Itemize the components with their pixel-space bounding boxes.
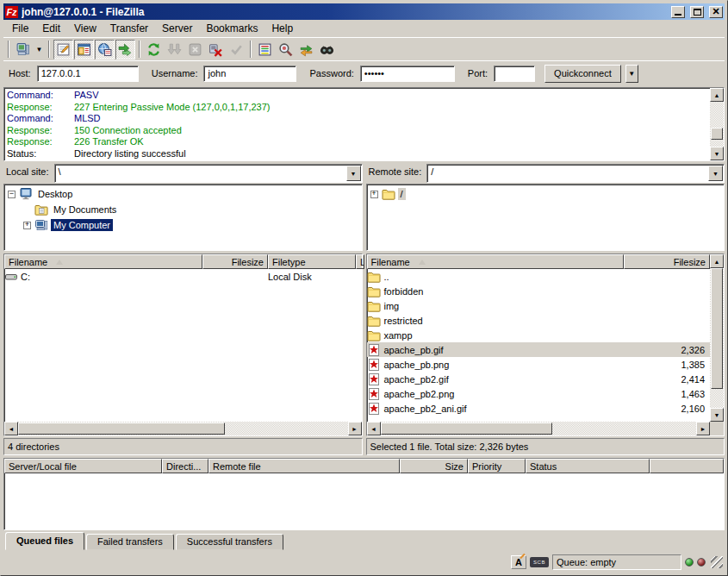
tree-item-desktop[interactable]: − Desktop: [6, 186, 362, 202]
file-row[interactable]: restricted: [367, 313, 711, 328]
tree-item-root[interactable]: + /: [369, 186, 725, 202]
scroll-left-button[interactable]: ◄: [367, 422, 381, 435]
port-input[interactable]: [494, 66, 535, 82]
column-header-remote-file[interactable]: Remote file: [208, 459, 400, 473]
resize-grip[interactable]: [711, 556, 723, 568]
local-site-label: Local site:: [3, 164, 54, 183]
local-site-combobox[interactable]: \ ▼: [54, 164, 363, 183]
log-label: Response:: [7, 125, 74, 137]
minimize-button[interactable]: [671, 6, 685, 18]
file-row[interactable]: apache_pb2.gif2,414: [367, 372, 711, 386]
scroll-right-button[interactable]: ►: [348, 422, 362, 435]
close-button[interactable]: ✕: [709, 6, 723, 18]
file-row[interactable]: apache_pb.png1,385: [367, 357, 711, 372]
column-header-size[interactable]: Size: [400, 459, 468, 473]
scroll-up-button[interactable]: ▲: [710, 254, 724, 268]
log-text: 226 Transfer OK: [74, 136, 144, 148]
password-input[interactable]: ••••••: [360, 66, 455, 82]
menu-server[interactable]: Server: [155, 21, 199, 36]
username-input[interactable]: john: [203, 66, 296, 82]
file-row-selected[interactable]: apache_pb.gif2,326: [367, 342, 711, 357]
my-documents-icon: [34, 203, 48, 216]
file-row[interactable]: apache_pb2_ani.gif2,160: [367, 401, 711, 416]
close-icon: ✕: [712, 7, 719, 16]
scroll-up-button[interactable]: ▲: [710, 88, 724, 102]
column-header-priority[interactable]: Priority: [468, 459, 526, 473]
remote-vertical-scrollbar[interactable]: ▲ ▼: [710, 254, 724, 422]
menu-bookmarks[interactable]: Bookmarks: [199, 21, 264, 36]
maximize-button[interactable]: [690, 6, 704, 18]
tab-successful-transfers[interactable]: Successful transfers: [176, 534, 283, 550]
column-header-status[interactable]: Status: [526, 459, 650, 473]
log-label: Command:: [7, 90, 74, 102]
file-row[interactable]: ..: [367, 269, 711, 284]
host-input[interactable]: 127.0.0.1: [37, 66, 139, 82]
column-header-server-local-file[interactable]: Server/Local file: [4, 459, 162, 473]
file-panes: Local site: \ ▼ − Desktop My Documents: [3, 164, 725, 455]
file-row[interactable]: xampp: [367, 328, 711, 342]
column-header-filesize[interactable]: Filesize: [202, 254, 268, 269]
column-header-direction[interactable]: Directi...: [162, 459, 208, 473]
remote-site-combobox[interactable]: / ▼: [426, 164, 725, 183]
file-row[interactable]: forbidden: [367, 284, 711, 298]
log-text: Directory listing successful: [74, 148, 186, 160]
remote-pane: Remote site: / ▼ + / Filename: [366, 164, 725, 455]
expand-icon[interactable]: +: [23, 222, 31, 229]
scroll-thumb[interactable]: [18, 423, 225, 435]
tab-queued-files[interactable]: Queued files: [5, 532, 84, 550]
toggle-remote-tree-button[interactable]: [95, 40, 115, 59]
disconnect-icon: [208, 42, 223, 57]
tree-item-my-documents[interactable]: My Documents: [6, 202, 362, 217]
reconnect-button[interactable]: [227, 40, 246, 59]
column-header-filename[interactable]: Filename: [4, 254, 202, 269]
synchronized-browsing-button[interactable]: [296, 40, 316, 59]
file-row[interactable]: apache_pb2.png1,463: [367, 386, 711, 401]
refresh-button[interactable]: [144, 40, 164, 59]
collapse-icon[interactable]: −: [8, 191, 16, 198]
menu-view[interactable]: View: [67, 21, 103, 36]
site-manager-button[interactable]: [13, 40, 33, 59]
toggle-transfer-queue-button[interactable]: [115, 40, 135, 59]
quickconnect-dropdown[interactable]: ▼: [625, 65, 638, 83]
toggle-local-tree-button[interactable]: [74, 40, 94, 59]
local-horizontal-scrollbar[interactable]: ◄ ►: [4, 422, 362, 435]
process-queue-button[interactable]: [165, 40, 184, 59]
remote-horizontal-scrollbar[interactable]: ◄ ►: [367, 422, 711, 435]
site-manager-dropdown[interactable]: ▼: [34, 40, 45, 59]
message-log: Command:PASV Response:227 Entering Passi…: [3, 87, 725, 161]
column-header-filesize[interactable]: Filesize: [624, 254, 710, 269]
scroll-down-button[interactable]: ▼: [710, 408, 724, 422]
chevron-down-icon[interactable]: ▼: [708, 166, 723, 181]
remote-tree-icon: [97, 42, 112, 57]
cancel-operation-button[interactable]: [185, 40, 205, 59]
directory-comparison-button[interactable]: [276, 40, 296, 59]
log-text: 150 Connection accepted: [74, 125, 182, 137]
file-row-c-drive[interactable]: C: Local Disk: [4, 269, 362, 284]
quickconnect-button[interactable]: Quickconnect: [544, 65, 621, 83]
disconnect-button[interactable]: [206, 40, 226, 59]
chevron-down-icon[interactable]: ▼: [346, 166, 361, 181]
remote-file-list: Filename Filesize .. forbidden img restr…: [366, 254, 725, 436]
menu-help[interactable]: Help: [264, 21, 300, 36]
scroll-left-button[interactable]: ◄: [4, 422, 18, 435]
log-vertical-scrollbar[interactable]: ▲ ▼: [710, 88, 724, 160]
menu-transfer[interactable]: Transfer: [103, 21, 155, 36]
tab-failed-transfers[interactable]: Failed transfers: [86, 534, 174, 550]
ascii-transfer-type-icon[interactable]: A: [511, 555, 526, 569]
column-header-filetype[interactable]: Filetype: [268, 254, 356, 269]
speed-limit-icon[interactable]: SCB: [530, 557, 549, 567]
scroll-thumb[interactable]: [381, 423, 552, 435]
menu-edit[interactable]: Edit: [35, 21, 67, 36]
scroll-thumb[interactable]: [711, 128, 723, 140]
scroll-thumb[interactable]: [711, 268, 723, 389]
find-files-button[interactable]: [317, 40, 337, 59]
scroll-right-button[interactable]: ►: [696, 422, 710, 435]
toggle-message-log-button[interactable]: [53, 40, 73, 59]
expand-icon[interactable]: +: [370, 191, 378, 198]
column-header-filename[interactable]: Filename: [367, 254, 625, 269]
menu-file[interactable]: File: [5, 21, 35, 36]
directory-listing-filter-button[interactable]: [255, 40, 275, 59]
scroll-down-button[interactable]: ▼: [710, 147, 724, 160]
file-row[interactable]: img: [367, 298, 711, 313]
tree-item-my-computer[interactable]: + My Computer: [6, 217, 362, 233]
